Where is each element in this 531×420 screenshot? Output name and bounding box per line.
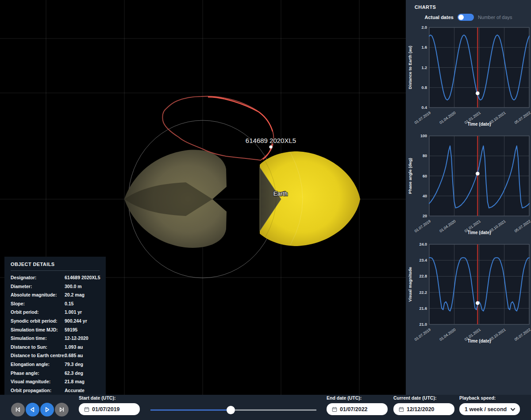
svg-text:Time (date): Time (date) bbox=[467, 230, 491, 235]
svg-text:01.07.2019: 01.07.2019 bbox=[414, 219, 432, 233]
details-row-value: 300.0 m bbox=[65, 284, 100, 289]
svg-text:Phase angle (deg): Phase angle (deg) bbox=[408, 158, 412, 194]
chart-visual-magnitude: 21.021.622.222.823.424.001.07.201901.04.… bbox=[406, 239, 531, 347]
details-row: Orbit propagation:Accurate bbox=[11, 388, 100, 393]
details-row-value: 59195 bbox=[65, 327, 100, 332]
current-date-label: Current date (UTC): bbox=[393, 395, 436, 401]
details-row-value: 62.3 deg bbox=[65, 370, 100, 376]
svg-text:Distance to Earth (au): Distance to Earth (au) bbox=[408, 46, 412, 89]
details-row-value: 1.093 au bbox=[65, 344, 100, 350]
calendar-icon bbox=[399, 407, 404, 412]
play-forward-button[interactable] bbox=[40, 403, 54, 416]
svg-text:100: 100 bbox=[420, 134, 427, 138]
svg-text:05.07.2022: 05.07.2022 bbox=[514, 219, 531, 233]
details-row-value: 614689 2020XL5 bbox=[65, 275, 100, 280]
details-row: Diameter:300.0 m bbox=[11, 284, 100, 289]
chart-distance-to-earth: 0.40.81.21.62.001.07.201901.04.202001.01… bbox=[406, 22, 531, 131]
asteroid-position-dot[interactable] bbox=[269, 145, 272, 148]
current-date-value: 12/12/2020 bbox=[407, 406, 435, 412]
svg-text:2.0: 2.0 bbox=[421, 25, 427, 30]
details-row-label: Visual magnitude: bbox=[11, 379, 65, 384]
earth-label: Earth bbox=[273, 190, 288, 197]
skip-to-end-button[interactable] bbox=[55, 403, 69, 416]
svg-text:22.2: 22.2 bbox=[419, 290, 427, 295]
asteroid-orbit-path bbox=[162, 96, 273, 160]
playback-speed-label: Playback speed: bbox=[459, 395, 496, 401]
svg-text:03.10.2021: 03.10.2021 bbox=[489, 327, 507, 342]
details-row-value: 900.244 yr bbox=[65, 318, 100, 324]
details-row: Simulation time MJD:59195 bbox=[11, 327, 100, 332]
svg-text:21.0: 21.0 bbox=[419, 322, 427, 327]
svg-text:23.4: 23.4 bbox=[419, 258, 427, 262]
details-row-value: 21.8 mag bbox=[65, 379, 100, 384]
svg-text:0.4: 0.4 bbox=[421, 105, 427, 110]
details-row-label: Orbit period: bbox=[11, 309, 65, 315]
toggle-knob bbox=[458, 15, 464, 20]
date-mode-toggle[interactable] bbox=[458, 14, 474, 21]
slider-knob[interactable] bbox=[227, 406, 235, 414]
calendar-icon bbox=[332, 407, 337, 412]
details-row-label: Distance to Sun: bbox=[11, 344, 65, 350]
svg-text:1.2: 1.2 bbox=[421, 66, 427, 70]
number-of-days-label[interactable]: Number of days bbox=[478, 15, 512, 20]
calendar-icon bbox=[84, 407, 89, 412]
object-details-rows: Designator:614689 2020XL5Diameter:300.0 … bbox=[11, 275, 100, 393]
details-row-value: 0.15 bbox=[65, 301, 100, 306]
asteroid-label: 614689 2020XL5 bbox=[246, 137, 296, 144]
svg-text:03.10.2021: 03.10.2021 bbox=[489, 219, 507, 233]
svg-text:01.07.2019: 01.07.2019 bbox=[414, 110, 432, 125]
svg-text:40: 40 bbox=[423, 194, 427, 198]
details-row: Distance to Earth centre:0.685 au bbox=[11, 353, 100, 358]
details-row-label: Diameter: bbox=[11, 284, 65, 289]
details-row-label: Absolute magnitude: bbox=[11, 292, 65, 297]
svg-text:60: 60 bbox=[423, 174, 427, 178]
start-date-input[interactable]: 01/07/2019 bbox=[79, 403, 140, 415]
svg-text:1.6: 1.6 bbox=[421, 45, 427, 50]
details-row-label: Synodic orbit period: bbox=[11, 318, 65, 324]
skip-to-end-icon bbox=[58, 406, 65, 413]
divider bbox=[11, 270, 100, 271]
details-row-value: Accurate bbox=[65, 388, 100, 393]
details-row: Visual magnitude:21.8 mag bbox=[11, 379, 100, 384]
svg-text:05.07.2022: 05.07.2022 bbox=[514, 110, 531, 125]
timeline-slider[interactable] bbox=[150, 405, 316, 415]
details-row: Slope:0.15 bbox=[11, 301, 100, 306]
end-date-input[interactable]: 01/07/2022 bbox=[327, 403, 388, 415]
end-date-label: End date (UTC): bbox=[327, 395, 362, 401]
svg-text:05.07.2022: 05.07.2022 bbox=[514, 327, 531, 342]
start-date-value: 01/07/2019 bbox=[92, 406, 120, 412]
details-row: Distance to Sun:1.093 au bbox=[11, 344, 100, 350]
details-row-label: Slope: bbox=[11, 301, 65, 306]
details-row: Absolute magnitude:20.2 mag bbox=[11, 292, 100, 297]
playback-speed-select[interactable]: 1 week / second bbox=[459, 403, 520, 415]
svg-text:80: 80 bbox=[423, 154, 427, 158]
svg-text:24.0: 24.0 bbox=[419, 242, 427, 247]
details-row: Phase angle:62.3 deg bbox=[11, 370, 100, 376]
current-date-input[interactable]: 12/12/2020 bbox=[393, 403, 454, 415]
details-row: Synodic orbit period:900.244 yr bbox=[11, 318, 100, 324]
details-row-value: 0.685 au bbox=[65, 353, 100, 358]
slider-track-remaining[interactable] bbox=[235, 409, 316, 411]
object-details-panel: OBJECT DETAILS Designator:614689 2020XL5… bbox=[4, 257, 106, 401]
actual-dates-label[interactable]: Actual dates bbox=[424, 15, 453, 20]
details-row-label: Distance to Earth centre: bbox=[11, 353, 65, 358]
play-forward-icon bbox=[44, 406, 50, 413]
details-row: Orbit period:1.001 yr bbox=[11, 309, 100, 315]
svg-text:01.04.2020: 01.04.2020 bbox=[439, 110, 457, 125]
slider-track-elapsed[interactable] bbox=[150, 409, 231, 411]
svg-text:21.6: 21.6 bbox=[419, 306, 427, 311]
svg-text:20: 20 bbox=[423, 214, 427, 218]
details-row: Designator:614689 2020XL5 bbox=[11, 275, 100, 280]
details-row-label: Orbit propagation: bbox=[11, 388, 65, 393]
details-row: Simulation time:12-12-2020 bbox=[11, 335, 100, 341]
details-row-label: Phase angle: bbox=[11, 370, 65, 376]
svg-text:01.07.2019: 01.07.2019 bbox=[414, 327, 432, 342]
details-row-label: Elongation angle: bbox=[11, 362, 65, 367]
skip-to-start-button[interactable] bbox=[11, 403, 25, 416]
play-backward-button[interactable] bbox=[26, 403, 39, 416]
details-row: Elongation angle:79.3 deg bbox=[11, 362, 100, 367]
play-backward-icon bbox=[29, 406, 36, 413]
details-row-label: Simulation time: bbox=[11, 335, 65, 341]
playback-speed-value: 1 week / second bbox=[465, 406, 507, 412]
details-row-label: Simulation time MJD: bbox=[11, 327, 65, 332]
